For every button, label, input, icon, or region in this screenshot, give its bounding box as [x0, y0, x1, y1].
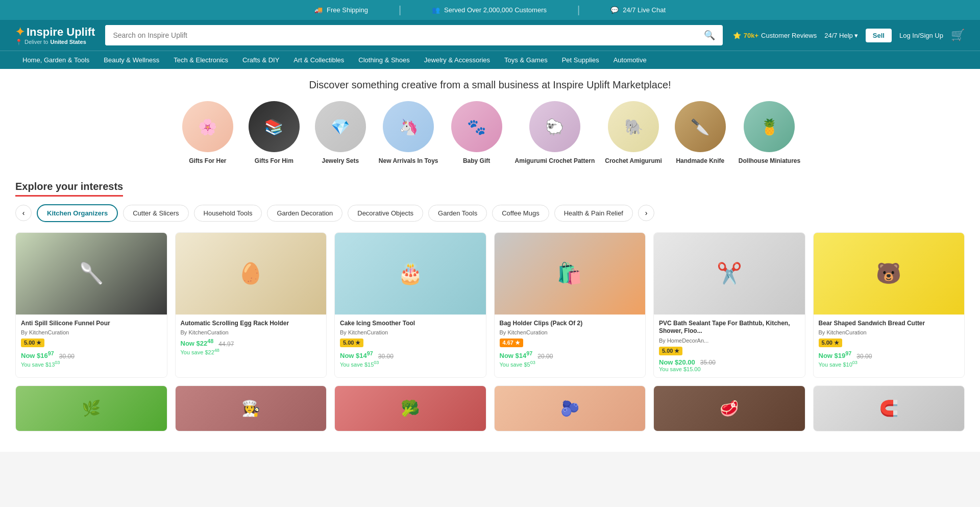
product-img-bottom-3: 🥦 [335, 386, 486, 431]
divider-1: | [399, 4, 401, 16]
product-img-3: 🎂 [335, 233, 486, 315]
circle-img-amigurumi: 🐑 [529, 101, 580, 152]
cart-icon[interactable]: 🛒 [951, 29, 965, 42]
nav-beauty[interactable]: Beauty & Wellness [96, 51, 166, 69]
top-bar: 🚚 Free Shipping | 👥 Served Over 2,000,00… [0, 0, 980, 20]
product-title-6: Bear Shaped Sandwich Bread Cutter [819, 320, 960, 328]
nav-clothing[interactable]: Clothing & Shoes [351, 51, 416, 69]
help-label: 24/7 Help [824, 32, 853, 39]
logo-area: ✦ Inspire Uplift 📍 Deliver to United Sta… [15, 26, 95, 45]
circle-label-gifts-him: Gifts For Him [255, 157, 293, 165]
product-card-bottom-2[interactable]: 👩‍🍳 [175, 385, 327, 431]
filter-next-button[interactable]: › [638, 205, 654, 221]
deliver-text: 📍 Deliver to United States [15, 39, 86, 45]
price-now-2: Now $2248 [181, 338, 214, 347]
nav-jewelry[interactable]: Jewelry & Accessories [417, 51, 497, 69]
product-seller-6: By KitchenCuration [819, 329, 960, 335]
product-info-6: Bear Shaped Sandwich Bread Cutter By Kit… [814, 315, 965, 373]
category-amigurumi[interactable]: 🐑 Amigurumi Crochet Pattern [515, 101, 595, 165]
product-seller-1: By KitchenCuration [21, 329, 162, 335]
divider-2: | [577, 4, 580, 16]
category-baby-gift[interactable]: 🐾 Baby Gift [449, 101, 505, 165]
product-title-2: Automatic Scrolling Egg Rack Holder [181, 320, 322, 328]
product-img-bottom-4: 🫐 [495, 386, 646, 431]
product-img-4: 🛍️ [495, 233, 646, 315]
circle-label-handmade: Handmade Knife [676, 157, 724, 165]
deliver-location: United States [50, 39, 86, 45]
reviews-badge: ⭐ 70k+ Customer Reviews [733, 32, 817, 39]
search-bar[interactable]: 🔍 [105, 25, 722, 45]
category-gifts-him[interactable]: 📚 Gifts For Him [246, 101, 302, 165]
nav-art[interactable]: Art & Collectibles [286, 51, 351, 69]
product-seller-5: By HomeDecorAn... [659, 337, 800, 344]
nav-bar: Home, Garden & Tools Beauty & Wellness T… [0, 51, 980, 69]
filter-tab-decorative-objects[interactable]: Decorative Objects [348, 205, 423, 222]
product-img-bottom-6: 🧲 [814, 386, 965, 431]
search-button[interactable]: 🔍 [696, 25, 723, 45]
circle-img-dollhouse: 🍍 [744, 101, 795, 152]
help-button[interactable]: 24/7 Help ▾ [824, 32, 858, 39]
reviews-label: Customer Reviews [761, 32, 817, 39]
product-info-1: Anti Spill Silicone Funnel Pour By Kitch… [16, 315, 167, 373]
product-info-4: Bag Holder Clips (Pack Of 2) By KitchenC… [495, 315, 646, 373]
product-card-bottom-1[interactable]: 🌿 [15, 385, 167, 431]
nav-home-garden[interactable]: Home, Garden & Tools [15, 51, 96, 69]
filter-prev-button[interactable]: ‹ [15, 205, 32, 221]
product-card-2[interactable]: 🥚 Automatic Scrolling Egg Rack Holder By… [175, 232, 327, 378]
products-grid: 🥄 Anti Spill Silicone Funnel Pour By Kit… [15, 232, 965, 378]
filter-tabs: ‹ Kitchen Organizers Cutter & Slicers Ho… [15, 204, 965, 222]
search-input[interactable] [105, 25, 696, 45]
filter-tab-health-pain[interactable]: Health & Pain Relief [554, 205, 633, 222]
category-handmade-knife[interactable]: 🔪 Handmade Knife [672, 101, 728, 165]
product-title-5: PVC Bath Sealant Tape For Bathtub, Kitch… [659, 320, 800, 335]
category-dollhouse[interactable]: 🍍 Dollhouse Miniatures [739, 101, 800, 165]
live-chat-item: 💬 24/7 Live Chat [610, 6, 666, 14]
price-was-6: 30.00 [856, 353, 872, 360]
product-card-1[interactable]: 🥄 Anti Spill Silicone Funnel Pour By Kit… [15, 232, 167, 378]
product-card-6[interactable]: 🐻 Bear Shaped Sandwich Bread Cutter By K… [813, 232, 965, 378]
category-crochet[interactable]: 🐘 Crochet Amigurumi [605, 101, 662, 165]
price-row-1: Now $1697 30.00 [21, 350, 162, 359]
product-title-4: Bag Holder Clips (Pack Of 2) [500, 320, 641, 328]
product-card-4[interactable]: 🛍️ Bag Holder Clips (Pack Of 2) By Kitch… [494, 232, 646, 378]
nav-pet[interactable]: Pet Supplies [555, 51, 606, 69]
nav-tech[interactable]: Tech & Electronics [166, 51, 235, 69]
filter-tab-cutter-slicers[interactable]: Cutter & Slicers [123, 205, 188, 222]
logo[interactable]: ✦ Inspire Uplift [15, 26, 95, 39]
product-card-bottom-5[interactable]: 🥩 [653, 385, 805, 431]
customers-item: 👥 Served Over 2,000,000 Customers [432, 6, 547, 14]
product-card-5[interactable]: ✂️ PVC Bath Sealant Tape For Bathtub, Ki… [653, 232, 805, 378]
free-shipping-text: Free Shipping [327, 6, 368, 14]
circle-img-gifts-her: 🌸 [182, 101, 233, 152]
filter-tab-coffee-mugs[interactable]: Coffee Mugs [492, 205, 549, 222]
circle-label-baby-gift: Baby Gift [463, 157, 490, 165]
circle-img-handmade: 🔪 [675, 101, 726, 152]
nav-crafts[interactable]: Crafts & DIY [235, 51, 286, 69]
product-card-bottom-6[interactable]: 🧲 [813, 385, 965, 431]
sell-button[interactable]: Sell [866, 29, 892, 42]
product-card-3[interactable]: 🎂 Cake Icing Smoother Tool By KitchenCur… [334, 232, 486, 378]
category-jewelry[interactable]: 💎 Jewelry Sets [312, 101, 369, 165]
product-seller-4: By KitchenCuration [500, 329, 641, 335]
login-button[interactable]: Log In/Sign Up [899, 32, 943, 39]
product-card-bottom-3[interactable]: 🥦 [334, 385, 486, 431]
category-new-arrivals[interactable]: 🦄 New Arrivals In Toys [379, 101, 438, 165]
category-gifts-her[interactable]: 🌸 Gifts For Her [180, 101, 236, 165]
filter-tab-kitchen-organizers[interactable]: Kitchen Organizers [37, 204, 118, 222]
logo-star: ✦ [15, 26, 24, 39]
product-card-bottom-4[interactable]: 🫐 [494, 385, 646, 431]
nav-automotive[interactable]: Automotive [606, 51, 654, 69]
filter-tab-garden-decoration[interactable]: Garden Decoration [267, 205, 342, 222]
product-save-1: You save $1303 [21, 360, 162, 368]
nav-toys[interactable]: Toys & Games [497, 51, 555, 69]
products-grid-bottom: 🌿 👩‍🍳 🥦 🫐 🥩 🧲 [15, 385, 965, 431]
circle-img-gifts-him: 📚 [249, 101, 300, 152]
filter-tab-garden-tools[interactable]: Garden Tools [428, 205, 487, 222]
product-seller-2: By KitchenCuration [181, 329, 322, 335]
circle-label-gifts-her: Gifts For Her [189, 157, 226, 165]
filter-tab-household-tools[interactable]: Household Tools [194, 205, 262, 222]
product-rating-5: 5.00 ★ [659, 347, 682, 355]
circle-label-new-arrivals: New Arrivals In Toys [379, 157, 438, 165]
header: ✦ Inspire Uplift 📍 Deliver to United Sta… [0, 20, 980, 51]
star-icon: ⭐ [733, 32, 741, 39]
